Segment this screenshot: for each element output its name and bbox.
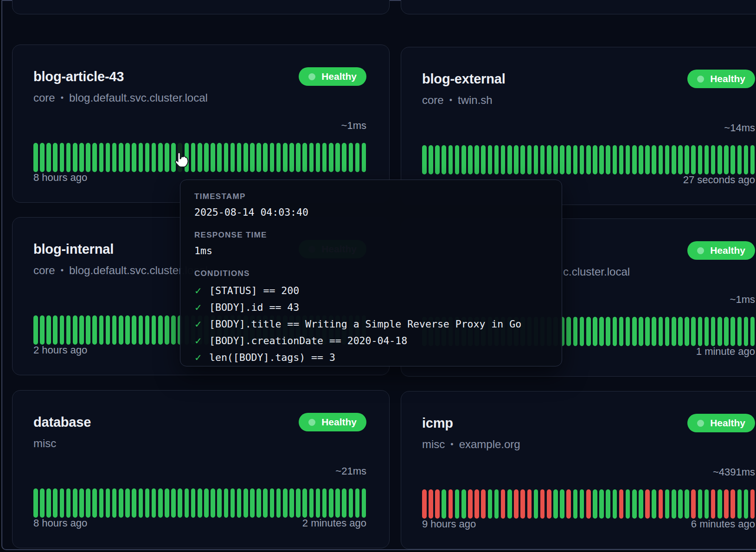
uptime-bar[interactable] [730,317,735,346]
uptime-bar[interactable] [335,488,340,518]
uptime-bar[interactable] [691,145,696,174]
uptime-bar[interactable] [112,315,117,345]
uptime-bar[interactable] [672,317,676,346]
uptime-bar[interactable] [99,143,104,172]
uptime-bar[interactable] [613,145,617,174]
uptime-bar[interactable] [652,145,656,174]
uptime-bar[interactable] [139,315,143,345]
uptime-bar[interactable] [566,317,571,346]
uptime-bar[interactable] [362,143,366,172]
uptime-bar[interactable] [540,489,545,519]
uptime-bar[interactable] [289,488,294,518]
uptime-bar[interactable] [86,488,90,518]
uptime-bar[interactable] [112,488,117,518]
uptime-bar[interactable] [342,143,346,172]
uptime-bar[interactable] [520,145,525,174]
uptime-bar[interactable] [474,145,479,174]
service-card-blog-article-43[interactable]: blog-article-43 Healthy core • blog.defa… [12,45,390,203]
uptime-bar[interactable] [204,488,209,518]
uptime-bar[interactable] [744,489,749,519]
uptime-bar[interactable] [534,145,538,174]
uptime-bar[interactable] [534,489,538,519]
uptime-bar[interactable] [145,488,150,518]
uptime-bar[interactable] [547,489,551,519]
uptime-bar[interactable] [606,145,610,174]
uptime-bar[interactable] [580,489,584,519]
uptime-bar[interactable] [619,317,624,346]
uptime-bar[interactable] [461,489,466,519]
uptime-bar[interactable] [711,489,716,519]
uptime-bar[interactable] [724,145,729,174]
uptime-bar[interactable] [553,489,558,519]
uptime-bar[interactable] [191,488,196,518]
uptime-bar[interactable] [730,489,735,519]
uptime-bar[interactable] [507,145,512,174]
uptime-bar[interactable] [573,317,578,346]
uptime-bar[interactable] [613,489,617,519]
uptime-bar[interactable] [60,315,64,345]
uptime-bar[interactable] [302,143,307,172]
uptime-bar[interactable] [92,143,97,172]
uptime-bar[interactable] [724,317,729,346]
uptime-bar[interactable] [92,488,97,518]
uptime-bar[interactable] [92,315,97,345]
uptime-bar[interactable] [520,489,525,519]
uptime-bar[interactable] [566,145,571,174]
uptime-bar[interactable] [322,488,327,518]
service-card-database[interactable]: database Healthy misc • ~21ms 8 hours ag… [12,390,390,548]
uptime-bar[interactable] [33,315,38,345]
uptime-bar[interactable] [691,489,696,519]
uptime-bar[interactable] [276,143,281,172]
uptime-bar[interactable] [507,489,512,519]
uptime-bar[interactable] [580,317,584,346]
uptime-bar[interactable] [335,143,340,172]
uptime-bar[interactable] [678,317,683,346]
uptime-bar[interactable] [527,489,532,519]
uptime-bar[interactable] [46,315,51,345]
uptime-bar[interactable] [211,488,215,518]
uptime-bar[interactable] [171,488,176,518]
uptime-bar[interactable] [553,145,558,174]
uptime-bar[interactable] [132,488,136,518]
uptime-bar[interactable] [626,489,630,519]
uptime-bar[interactable] [40,143,45,172]
uptime-bar[interactable] [158,488,163,518]
uptime-bar[interactable] [165,488,169,518]
uptime-bar[interactable] [586,145,591,174]
uptime-bar[interactable] [599,145,604,174]
uptime-bar[interactable] [171,315,176,345]
uptime-bar[interactable] [139,488,143,518]
uptime-bar[interactable] [678,489,683,519]
uptime-bar[interactable] [224,143,229,172]
uptime-bar[interactable] [66,143,71,172]
uptime-bar[interactable] [237,143,242,172]
uptime-bar[interactable] [66,488,71,518]
uptime-bar[interactable] [132,143,136,172]
uptime-bar[interactable] [435,489,440,519]
uptime-bar[interactable] [125,315,130,345]
uptime-bar[interactable] [718,317,722,346]
uptime-bar[interactable] [349,488,353,518]
uptime-bar[interactable] [132,315,136,345]
uptime-bar[interactable] [152,143,156,172]
uptime-bar[interactable] [119,488,123,518]
uptime-bar[interactable] [626,317,630,346]
uptime-bar[interactable] [514,145,519,174]
uptime-bar[interactable] [79,315,84,345]
uptime-bar[interactable] [79,143,84,172]
uptime-bar[interactable] [685,145,689,174]
uptime-bar[interactable] [435,145,440,174]
uptime-bar[interactable] [750,145,755,174]
uptime-bar[interactable] [678,145,683,174]
uptime-bar[interactable] [66,315,71,345]
uptime-bar[interactable] [665,489,670,519]
uptime-bar[interactable] [119,143,123,172]
uptime-bar[interactable] [685,317,689,346]
uptime-bar[interactable] [429,145,433,174]
uptime-bar[interactable] [632,489,637,519]
uptime-bar[interactable] [139,143,143,172]
uptime-bar[interactable] [99,488,104,518]
uptime-bar[interactable] [125,488,130,518]
uptime-bar[interactable] [422,145,427,174]
uptime-bar[interactable] [60,143,64,172]
